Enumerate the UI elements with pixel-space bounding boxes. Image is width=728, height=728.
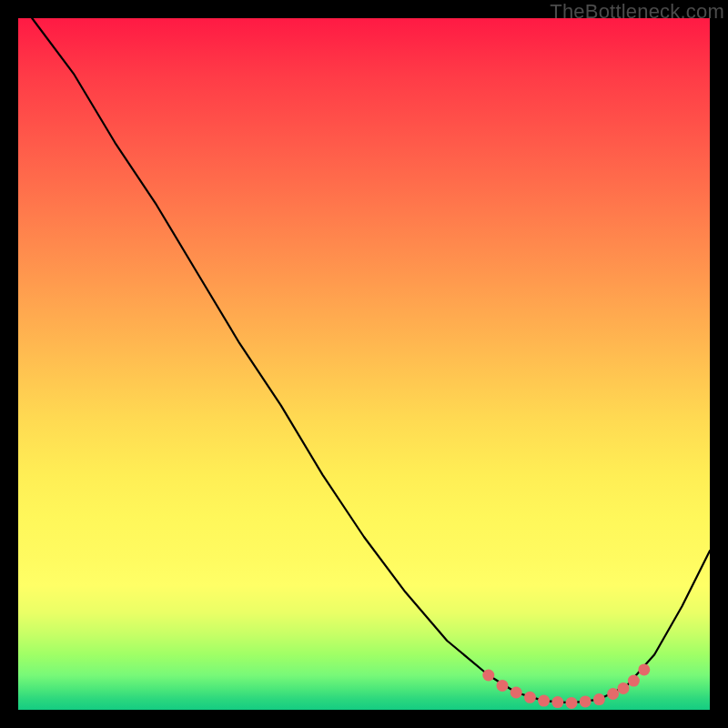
highlight-dot xyxy=(580,695,592,707)
highlight-dot xyxy=(497,680,509,692)
highlight-dot xyxy=(593,693,605,705)
highlight-dot xyxy=(524,692,536,703)
highlight-dot xyxy=(511,687,522,699)
watermark-text: TheBottleneck.com xyxy=(550,0,724,24)
highlight-dots xyxy=(482,663,650,709)
highlight-dot xyxy=(566,697,578,709)
highlight-dot xyxy=(607,688,619,700)
chart-frame xyxy=(18,18,710,710)
highlight-dot xyxy=(638,663,650,675)
highlight-dot xyxy=(618,682,630,694)
highlight-dot xyxy=(482,670,494,682)
curve-overlay xyxy=(18,18,710,710)
highlight-dot xyxy=(628,675,640,687)
highlight-dot xyxy=(551,696,563,708)
bottleneck-curve xyxy=(32,18,710,703)
highlight-dot xyxy=(538,695,550,707)
